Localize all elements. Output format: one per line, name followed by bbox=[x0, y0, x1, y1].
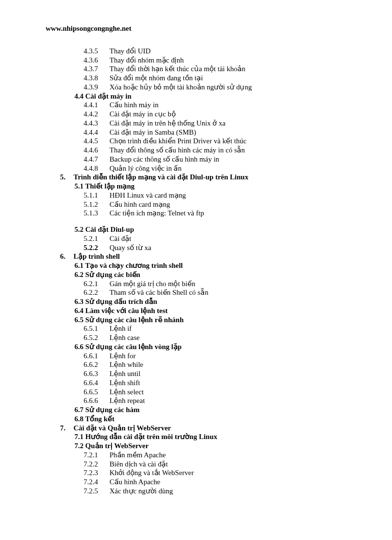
toc-number: 4.4.4 bbox=[84, 128, 110, 137]
toc-text: Lập trình shell bbox=[74, 252, 120, 260]
toc-text: 7.1 Hướng dẫn cài đặt trên môi trường Li… bbox=[74, 433, 217, 440]
toc-entry: 6.2.2Tham số và các biến Shell có sẵn bbox=[46, 288, 349, 297]
toc-entry: 6.2 Sử dụng các biến bbox=[46, 270, 349, 279]
toc-entry: 7.2.4Cấu hình Apache bbox=[46, 477, 349, 487]
toc-entry: 4.4.3Cài đặt máy in trên hệ thống Unix ở… bbox=[46, 119, 349, 128]
toc-text: Lệnh while bbox=[110, 361, 143, 368]
toc-number: 6. bbox=[60, 252, 74, 261]
toc-text: Xác thực người dùng bbox=[110, 487, 173, 495]
toc-text: 6.1 Tạo và chạy chương trình shell bbox=[74, 262, 183, 269]
toc-text: HĐH Linux và card mạng bbox=[110, 191, 186, 199]
toc-text: Lệnh case bbox=[110, 334, 140, 341]
toc-number: 4.3.5 bbox=[84, 47, 110, 56]
toc-number: 4.4.3 bbox=[84, 119, 110, 128]
toc-number: 4.3.6 bbox=[84, 56, 110, 65]
toc-number: 6.6.3 bbox=[84, 369, 110, 378]
toc-number: 7.2.4 bbox=[84, 477, 110, 487]
toc-number: 4.4.2 bbox=[84, 110, 110, 119]
toc-entry: 7.2 Quản trị WebServer bbox=[46, 441, 349, 451]
toc-text: Lệnh for bbox=[110, 352, 135, 360]
toc-entry: 4.4.4Cài đặt máy in Samba (SMB) bbox=[46, 128, 349, 137]
toc-number: 4.4.8 bbox=[84, 164, 110, 173]
toc-entry: 6.5.2Lệnh case bbox=[46, 333, 349, 342]
toc-entry: 5.1.1HĐH Linux và card mạng bbox=[46, 191, 349, 200]
toc-entry: 7.1 Hướng dẫn cài đặt trên môi trường Li… bbox=[46, 432, 349, 441]
toc-text: 6.3 Sử dụng dấu trích dẫn bbox=[74, 298, 157, 305]
toc-number: 7. bbox=[60, 424, 74, 433]
toc-number: 4.4.5 bbox=[84, 137, 110, 146]
toc-number: 5.1.1 bbox=[84, 191, 110, 200]
toc-number: 4.3.8 bbox=[84, 74, 110, 83]
toc-text: 6.7 Sử dụng các hàm bbox=[74, 406, 139, 414]
toc-text: Xóa hoặc hủy bỏ một tài khoản người sử d… bbox=[110, 83, 252, 91]
toc-text: Cấu hình máy in bbox=[110, 101, 159, 109]
toc-entry: 6.7 Sử dụng các hàm bbox=[46, 405, 349, 414]
toc-text: 6.4 Làm việc với câu lệnh test bbox=[74, 307, 168, 314]
toc-entry: 7.2.3Khởi động và tắt WebServer bbox=[46, 468, 349, 477]
toc-text: Lệnh until bbox=[110, 370, 140, 377]
toc-entry: 6.6 Sử dụng các câu lệnh vòng lặp bbox=[46, 342, 349, 352]
toc-text: Cài đặt máy in Samba (SMB) bbox=[110, 128, 196, 136]
toc-text: Cài đặt và Quản trị WebServer bbox=[74, 424, 171, 432]
toc-entry: 4.4.5Chọn trình điều khiển Print Driver … bbox=[46, 137, 349, 146]
toc-text: Tham số và các biến Shell có sẵn bbox=[110, 289, 208, 296]
toc-entry: 4.3.6Thay đổi nhóm mặc định bbox=[46, 56, 349, 65]
toc-number: 5.2.1 bbox=[84, 234, 110, 243]
toc-text: Cài đặt máy in cục bộ bbox=[110, 110, 176, 118]
toc-entry: 4.3.8Sửa đổi một nhóm đang tồn tại bbox=[46, 74, 349, 83]
toc-text: Lệnh shift bbox=[110, 379, 140, 387]
toc-text: 7.2 Quản trị WebServer bbox=[74, 442, 148, 450]
toc-text: Các tiện ích mạng: Telnet và ftp bbox=[110, 209, 204, 217]
toc-entry: 4.4.6Thay đổi thông số cấu hình các máy … bbox=[46, 146, 349, 155]
toc-text: Thay đổi thông số cấu hình các máy in có… bbox=[110, 146, 245, 154]
toc-text: Lệnh if bbox=[110, 325, 132, 332]
table-of-contents: 4.3.5Thay đổi UID4.3.6Thay đổi nhóm mặc … bbox=[46, 47, 349, 496]
toc-entry: 5.2.1Cài đặt bbox=[46, 234, 349, 243]
toc-entry: 6.6.2Lệnh while bbox=[46, 360, 349, 369]
toc-number: 6.5.1 bbox=[84, 324, 110, 333]
toc-entry: 6.4 Làm việc với câu lệnh test bbox=[46, 306, 349, 315]
toc-number: 4.4.6 bbox=[84, 146, 110, 155]
toc-number: 6.5.2 bbox=[84, 333, 110, 342]
toc-number: 5.1.3 bbox=[84, 209, 110, 218]
toc-entry: 7.2.1Phần mềm Apache bbox=[46, 451, 349, 460]
toc-entry: 7.2.2Biên dịch và cài đặt bbox=[46, 460, 349, 469]
toc-number: 6.2.1 bbox=[84, 279, 110, 289]
toc-entry: 7.2.5Xác thực người dùng bbox=[46, 487, 349, 496]
toc-number: 4.4.1 bbox=[84, 100, 110, 110]
toc-number: 5.1.2 bbox=[84, 200, 110, 209]
toc-text: Sửa đổi một nhóm đang tồn tại bbox=[110, 74, 203, 82]
toc-text: Trình diễn thiết lập mạng và cài đặt Diu… bbox=[74, 173, 248, 181]
toc-text: Cấu hình card mạng bbox=[110, 201, 170, 208]
toc-number: 6.6.1 bbox=[84, 352, 110, 361]
toc-text: Lệnh select bbox=[110, 388, 144, 396]
toc-text: Cấu hình Apache bbox=[110, 478, 160, 486]
toc-entry: 5.2.2Quay số từ xa bbox=[46, 243, 349, 252]
toc-text: 6.2 Sử dụng các biến bbox=[74, 271, 140, 278]
toc-number: 7.2.5 bbox=[84, 487, 110, 496]
toc-entry: 6.6.5Lệnh select bbox=[46, 388, 349, 397]
toc-text: Quay số từ xa bbox=[110, 244, 151, 251]
toc-text: 5.1 Thiết lập mạng bbox=[74, 182, 135, 190]
toc-entry: 4.3.9Xóa hoặc hủy bỏ một tài khoản người… bbox=[46, 83, 349, 92]
toc-text: 6.6 Sử dụng các câu lệnh vòng lặp bbox=[74, 343, 182, 351]
toc-number: 5. bbox=[60, 173, 74, 182]
toc-entry: 6.6.1Lệnh for bbox=[46, 352, 349, 361]
toc-text: Thay đổi UID bbox=[110, 47, 151, 55]
toc-text: Quản lý công việc in ấn bbox=[110, 164, 182, 172]
toc-text: Chọn trình điều khiển Print Driver và kế… bbox=[110, 137, 246, 145]
toc-text: Lệnh repeat bbox=[110, 397, 145, 404]
toc-entry: 7.Cài đặt và Quản trị WebServer bbox=[46, 424, 349, 433]
toc-number: 7.2.2 bbox=[84, 460, 110, 469]
toc-entry: 4.4.8Quản lý công việc in ấn bbox=[46, 164, 349, 173]
toc-entry: 6.5.1Lệnh if bbox=[46, 324, 349, 333]
toc-number: 7.2.3 bbox=[84, 468, 110, 477]
toc-number: 4.3.7 bbox=[84, 64, 110, 74]
toc-entry: 6.6.4Lệnh shift bbox=[46, 378, 349, 388]
toc-entry: 6.8 Tổng kết bbox=[46, 414, 349, 424]
toc-text: Backup các thông số cấu hình máy in bbox=[110, 155, 219, 163]
toc-number: 6.6.4 bbox=[84, 378, 110, 388]
toc-text: 6.8 Tổng kết bbox=[74, 415, 114, 423]
toc-entry: 5.1.3Các tiện ích mạng: Telnet và ftp bbox=[46, 209, 349, 218]
toc-entry: 6.3 Sử dụng dấu trích dẫn bbox=[46, 297, 349, 306]
